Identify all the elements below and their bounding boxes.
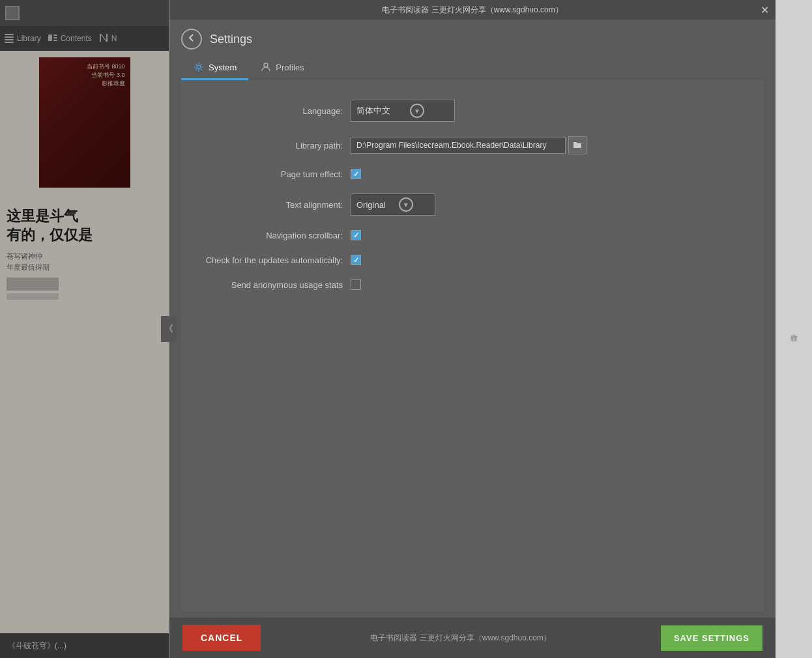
tab-profiles-label: Profiles: [276, 63, 304, 72]
settings-dialog: 电子书阅读器 三更灯火网分享（www.sgdhuo.com） ✕ Setting…: [169, 0, 776, 658]
text-alignment-dropdown[interactable]: Original ▼: [351, 193, 435, 216]
save-settings-button[interactable]: SAVE SETTINGS: [661, 625, 762, 651]
page-turn-row: Page turn effect: ✓: [194, 169, 751, 179]
text-alignment-value: Original: [356, 200, 386, 210]
dialog-header: Settings: [169, 20, 776, 50]
anonymous-stats-label: Send anonymous usage stats: [194, 280, 351, 290]
dialog-content: Language: 简体中文 ▼ Library path:: [181, 80, 764, 611]
settings-form: Language: 简体中文 ▼ Library path:: [181, 100, 764, 290]
dialog-titlebar: 电子书阅读器 三更灯火网分享（www.sgdhuo.com） ✕: [169, 0, 776, 20]
chevron-down-icon: ▼: [410, 104, 424, 118]
back-icon: [187, 33, 196, 45]
svg-point-11: [197, 65, 201, 69]
close-icon: ✕: [761, 4, 769, 16]
titlebar-text: 电子书阅读器 三更灯火网分享（www.sgdhuo.com）: [382, 5, 562, 16]
dialog-title: Settings: [210, 33, 252, 46]
check-updates-checkbox[interactable]: ✓: [351, 255, 361, 265]
nav-scrollbar-row: Navigation scrollbar: ✓: [194, 230, 751, 240]
library-path-row: Library path:: [194, 136, 751, 154]
collapse-button[interactable]: 《: [161, 316, 177, 342]
check-updates-label: Check for the updates automatically:: [194, 255, 351, 265]
tab-system-label: System: [209, 63, 237, 72]
system-icon: [193, 61, 205, 73]
profiles-icon: [260, 61, 272, 73]
nav-scrollbar-control: ✓: [351, 230, 361, 240]
footer-center-text: 电子书阅读器 三更灯火网分享（www.sgdhuo.com）: [370, 633, 551, 644]
page-turn-checkbox[interactable]: ✓: [351, 169, 361, 179]
tab-system[interactable]: System: [181, 56, 248, 80]
language-row: Language: 简体中文 ▼: [194, 100, 751, 122]
tabs-bar: System Profiles: [169, 50, 776, 80]
text-alignment-label: Text alignment:: [194, 200, 351, 210]
check-updates-row: Check for the updates automatically: ✓: [194, 255, 751, 265]
checkmark-icon: ✓: [353, 231, 359, 240]
checkmark-icon: ✓: [353, 256, 359, 265]
right-panel: 软件: [776, 0, 812, 658]
svg-point-12: [264, 63, 268, 67]
close-button[interactable]: ✕: [759, 4, 770, 16]
library-path-label: Library path:: [194, 141, 351, 150]
language-dropdown[interactable]: 简体中文 ▼: [351, 100, 455, 122]
anonymous-stats-checkbox[interactable]: [351, 279, 361, 290]
checkmark-icon: ✓: [353, 170, 359, 179]
chevron-down-icon: ▼: [399, 197, 413, 212]
folder-button[interactable]: [568, 136, 587, 154]
language-value: 简体中文: [356, 105, 390, 117]
cancel-button[interactable]: CANCEL: [182, 625, 261, 651]
dialog-footer: CANCEL 电子书阅读器 三更灯火网分享（www.sgdhuo.com） SA…: [169, 618, 776, 658]
text-alignment-row: Text alignment: Original ▼: [194, 193, 751, 216]
tab-profiles[interactable]: Profiles: [248, 56, 315, 80]
library-path-input[interactable]: [351, 137, 566, 154]
nav-scrollbar-checkbox[interactable]: ✓: [351, 230, 361, 240]
library-path-control: [351, 136, 587, 154]
page-turn-control: ✓: [351, 169, 361, 179]
nav-scrollbar-label: Navigation scrollbar:: [194, 231, 351, 240]
folder-icon: [573, 140, 582, 150]
check-updates-control: ✓: [351, 255, 361, 265]
language-control: 简体中文 ▼: [351, 100, 455, 122]
back-button[interactable]: [181, 29, 202, 50]
text-alignment-control: Original ▼: [351, 193, 435, 216]
chevron-left-icon: 《: [164, 323, 173, 335]
page-turn-label: Page turn effect:: [194, 169, 351, 179]
language-label: Language:: [194, 106, 351, 116]
anonymous-stats-row: Send anonymous usage stats: [194, 279, 751, 290]
anonymous-stats-control: [351, 279, 361, 290]
